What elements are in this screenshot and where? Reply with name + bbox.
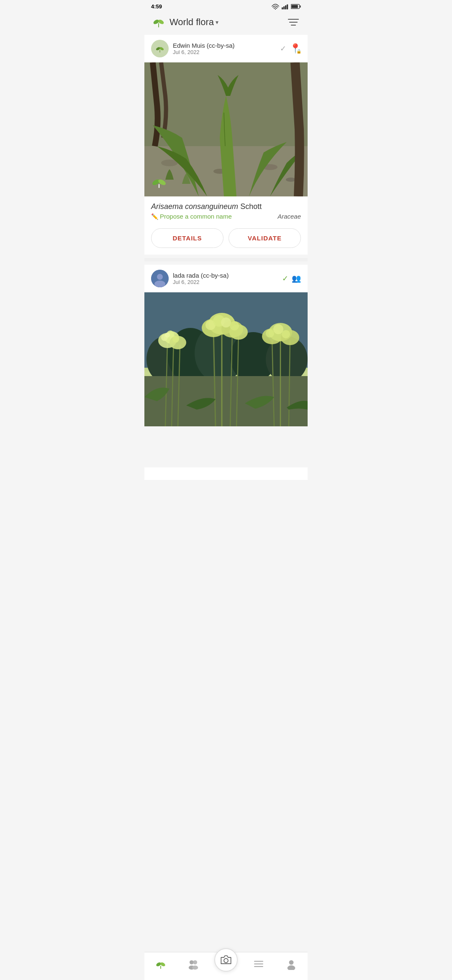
signal-icon — [282, 4, 288, 10]
leaf-logo-overlay — [149, 173, 169, 191]
plant-illustration-1 — [144, 62, 308, 196]
username-1: Edwin Muis (cc-by-sa) — [173, 42, 276, 49]
svg-point-66 — [282, 330, 290, 338]
dropdown-arrow-icon: ▾ — [216, 19, 218, 26]
svg-point-65 — [273, 324, 283, 334]
app-logo-icon — [151, 15, 166, 30]
propose-pencil-icon: ✏️ — [151, 213, 158, 220]
plant-image-1[interactable] — [144, 62, 308, 196]
species-info-1: Arisaema consanguineum Schott ✏️ Propose… — [144, 196, 308, 223]
observation-card-1: Edwin Muis (cc-by-sa) Jul 6, 2022 ✓ 📍 🔒 — [144, 35, 308, 255]
date-2: Jul 6, 2022 — [173, 279, 278, 285]
user-group-icon: 👥 — [292, 274, 301, 283]
propose-name-link[interactable]: ✏️ Propose a common name — [151, 213, 232, 220]
svg-rect-3 — [285, 5, 286, 9]
svg-point-44 — [172, 336, 179, 343]
location-icon-container: 📍 🔒 — [290, 43, 301, 54]
card-header-icons-1: ✓ 📍 🔒 — [280, 43, 301, 54]
card-header-2: lada rada (cc-by-sa) Jul 6, 2022 ✓ 👥 — [144, 265, 308, 292]
user-avatar-2 — [151, 270, 169, 287]
details-button[interactable]: DETAILS — [151, 228, 223, 248]
avatar-photo-icon — [151, 270, 169, 287]
svg-point-56 — [221, 317, 231, 328]
wifi-icon — [272, 4, 279, 10]
location-lock-icon: 🔒 — [296, 48, 302, 54]
species-author-1: Schott — [240, 202, 262, 211]
action-buttons-1: DETAILS VALIDATE — [144, 223, 308, 255]
svg-point-22 — [286, 178, 296, 182]
svg-point-45 — [165, 333, 170, 338]
status-icons — [272, 4, 301, 10]
svg-point-27 — [157, 274, 163, 280]
observation-card-2: lada rada (cc-by-sa) Jul 6, 2022 ✓ 👥 — [144, 265, 308, 426]
family-name-1: Araceae — [277, 213, 301, 220]
card-header-1: Edwin Muis (cc-by-sa) Jul 6, 2022 ✓ 📍 🔒 — [144, 35, 308, 62]
app-header: World flora ▾ — [144, 11, 308, 35]
battery-icon — [291, 4, 301, 9]
app-title: World flora — [170, 17, 214, 28]
card-header-icons-2: ✓ 👥 — [282, 274, 301, 283]
svg-point-57 — [230, 321, 239, 330]
svg-point-64 — [266, 329, 274, 338]
bottom-spacer — [144, 467, 308, 480]
card-user-info-1: Edwin Muis (cc-by-sa) Jul 6, 2022 — [173, 42, 276, 55]
validate-button[interactable]: VALIDATE — [229, 228, 301, 248]
svg-rect-4 — [287, 4, 288, 9]
svg-rect-2 — [283, 6, 285, 9]
checkmark-green-icon: ✓ — [282, 274, 288, 283]
user-avatar-1 — [151, 40, 169, 57]
svg-rect-1 — [282, 7, 283, 9]
overlay-logo-icon — [149, 173, 169, 190]
plant-illustration-2 — [144, 292, 308, 426]
app-title-row[interactable]: World flora ▾ — [170, 17, 218, 28]
avatar-leaf-icon — [154, 43, 166, 54]
filter-button[interactable] — [286, 15, 301, 30]
checkmark-icon-1: ✓ — [280, 44, 286, 53]
status-time: 4:59 — [151, 3, 162, 10]
svg-rect-6 — [291, 5, 298, 8]
filter-icon — [288, 18, 299, 27]
username-2: lada rada (cc-by-sa) — [173, 272, 278, 279]
card-separator — [144, 258, 308, 261]
plant-image-2[interactable] — [144, 292, 308, 426]
svg-rect-35 — [144, 376, 308, 426]
date-1: Jul 6, 2022 — [173, 49, 276, 55]
species-name-1: Arisaema consanguineum Schott — [151, 202, 301, 211]
card-user-info-2: lada rada (cc-by-sa) Jul 6, 2022 — [173, 272, 278, 285]
status-bar: 4:59 — [144, 0, 308, 11]
header-left: World flora ▾ — [151, 15, 218, 30]
svg-point-28 — [154, 281, 165, 287]
svg-rect-7 — [300, 5, 300, 8]
species-row-1: ✏️ Propose a common name Araceae — [151, 213, 301, 220]
propose-name-text: Propose a common name — [160, 213, 232, 220]
svg-point-0 — [275, 8, 276, 9]
